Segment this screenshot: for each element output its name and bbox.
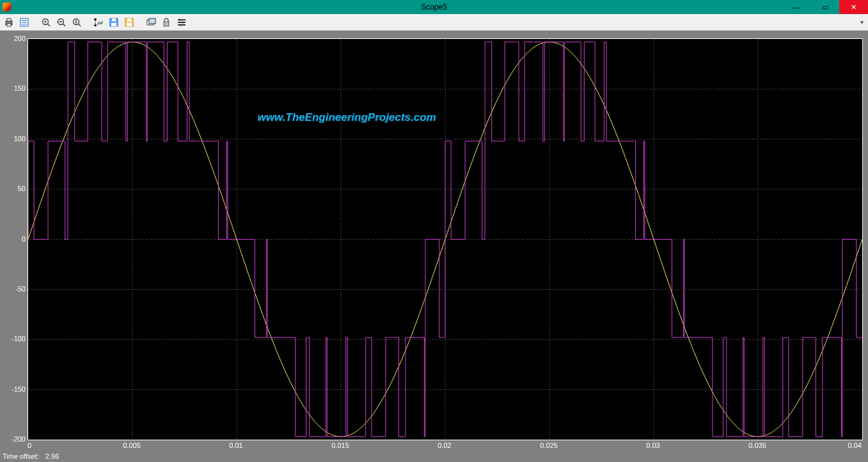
zoom-x-icon[interactable] [55,16,68,29]
svg-point-31 [180,24,182,26]
save-config-icon[interactable] [107,16,120,29]
scope-area: www.TheEngineeringProjects.com -200-150-… [0,31,868,450]
y-tick-label: 150 [14,84,26,92]
titlebar[interactable]: Scope5 — ▭ ✕ [0,0,868,14]
statusbar: Time offset: 2.96 [0,450,868,462]
x-tick-label: 0.025 [540,442,558,449]
window-title: Scope5 [421,3,447,12]
svg-rect-25 [164,22,169,26]
signal-selector-icon[interactable] [175,16,188,29]
floating-scope-icon[interactable] [145,16,157,29]
y-tick-label: 200 [14,35,26,42]
y-tick-label: -150 [12,385,26,393]
y-tick-label: -50 [15,285,26,293]
x-tick-label: 0.04 [848,442,862,449]
svg-line-8 [47,24,50,26]
app-icon [0,0,14,14]
plot-frame[interactable]: www.TheEngineeringProjects.com [28,38,863,440]
svg-point-29 [179,19,181,20]
y-tick-label: 100 [14,135,26,142]
time-offset-value: 2.96 [45,452,59,460]
watermark-text: www.TheEngineeringProjects.com [258,111,436,124]
time-offset-label: Time offset: [3,452,39,460]
y-tick-label: -100 [12,335,26,343]
toolbar: ▾ [0,14,868,31]
x-tick-label: 0.035 [748,442,766,449]
x-tick-label: 0.02 [438,442,451,449]
svg-rect-1 [7,19,11,21]
lock-icon[interactable] [160,16,173,29]
x-tick-label: 0.005 [123,442,141,449]
y-tick-label: 50 [18,185,26,192]
minimize-button[interactable]: — [782,0,810,14]
maximize-button[interactable]: ▭ [810,0,839,14]
close-button[interactable]: ✕ [839,0,868,14]
svg-rect-2 [7,24,11,26]
zoom-y-icon[interactable] [70,16,83,29]
print-icon[interactable] [3,16,15,29]
x-tick-label: 0.015 [331,442,349,449]
svg-rect-21 [127,19,131,21]
autoscale-icon[interactable] [92,16,105,29]
svg-rect-19 [111,23,116,26]
svg-line-15 [78,24,81,26]
plot-canvas [28,39,862,440]
y-tick-label: 0 [22,235,26,243]
restore-config-icon[interactable] [123,16,136,29]
x-tick-label: 0 [28,442,31,449]
svg-rect-22 [127,23,132,26]
svg-rect-18 [112,19,116,21]
toolbar-overflow-icon[interactable]: ▾ [858,16,865,29]
x-tick-label: 0.01 [229,442,242,449]
zoom-in-icon[interactable] [40,16,52,29]
svg-point-30 [182,21,184,23]
svg-rect-24 [149,19,155,24]
y-tick-label: -200 [12,435,26,443]
parameters-icon[interactable] [18,16,31,29]
svg-line-12 [63,24,65,26]
x-tick-label: 0.03 [646,442,659,449]
